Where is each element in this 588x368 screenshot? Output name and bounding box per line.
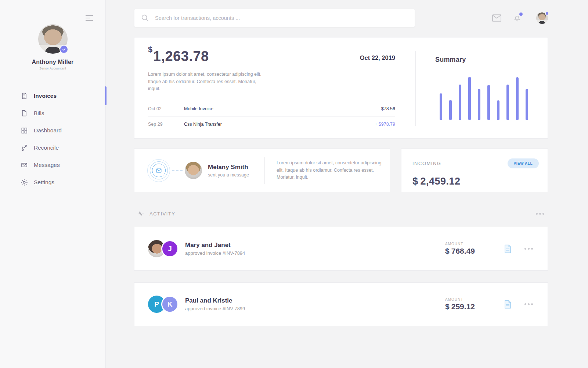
summary-bar: [440, 93, 442, 120]
sidebar-nav: Invoices Bills Dashboard Reconcile: [0, 87, 105, 191]
sender-avatar: [185, 162, 202, 179]
summary-bar: [526, 89, 528, 120]
sidebar: Anthony Miller Senior Accountant Invoice…: [0, 0, 106, 368]
vertical-divider: [264, 157, 265, 184]
balance-description: Lorem ipsum dolor sit amet, consectetur …: [148, 71, 269, 93]
message-body: Lorem ipsum dolor sit amet, consectetur …: [277, 160, 389, 181]
notification-dot: [519, 12, 523, 16]
transaction-row[interactable]: Sep 29 Css Ninja Transfer + $978.79: [148, 116, 395, 132]
hamburger-icon: [85, 15, 94, 21]
message-notification-card[interactable]: Melany Smith sent you a message Lorem ip…: [134, 149, 390, 192]
verified-badge-icon: [59, 45, 68, 54]
sidebar-item-dashboard[interactable]: Dashboard: [0, 122, 105, 139]
activity-more-button[interactable]: [536, 213, 544, 215]
activity-item[interactable]: P K Paul and Kristie approved invoice #I…: [134, 282, 548, 326]
sidebar-item-label: Reconcile: [34, 144, 59, 151]
amount-label: AMOUNT: [445, 242, 475, 246]
reconcile-icon: [21, 144, 28, 151]
transaction-row[interactable]: Oct 02 Mobile Invoice - $78.56: [148, 101, 395, 116]
messages-icon: [21, 161, 28, 169]
activity-name: Paul and Kristie: [185, 297, 245, 304]
document-icon: [504, 300, 512, 309]
cards-row: Melany Smith sent you a message Lorem ip…: [134, 149, 548, 192]
avatar-status-dot: [545, 11, 549, 15]
sidebar-item-settings[interactable]: Settings: [0, 174, 105, 191]
topbar-icons: [492, 12, 548, 24]
dashboard-icon: [21, 127, 28, 134]
activity-subtitle: approved invoice #INV-7899: [185, 306, 245, 311]
summary-bar-chart: [440, 77, 548, 120]
message-subtitle: sent you a message: [208, 172, 249, 178]
search-bar[interactable]: [134, 9, 415, 27]
invoice-document-button[interactable]: [504, 244, 512, 254]
mail-button[interactable]: [492, 14, 502, 22]
activity-item-more-button[interactable]: [524, 248, 533, 250]
activity-name: Mary and Janet: [185, 242, 245, 249]
mail-icon: [492, 14, 502, 22]
menu-toggle-button[interactable]: [85, 15, 94, 23]
sidebar-item-label: Messages: [34, 162, 60, 168]
activity-subtitle: approved invoice #INV-7894: [185, 250, 245, 256]
activity-title: ACTIVITY: [149, 211, 176, 217]
sidebar-item-label: Bills: [34, 110, 44, 117]
incoming-amount: $2,459.12: [412, 176, 539, 187]
amount-value: $768.49: [445, 247, 475, 256]
user-profile: Anthony Miller Senior Accountant: [0, 0, 105, 70]
sidebar-item-label: Invoices: [34, 93, 57, 99]
transaction-amount: - $78.56: [378, 106, 395, 111]
amount-block: AMOUNT $768.49: [445, 242, 475, 256]
sidebar-item-invoices[interactable]: Invoices: [0, 87, 105, 104]
summary-bar: [506, 85, 509, 120]
summary-bar: [497, 100, 499, 120]
amount-block: AMOUNT $259.12: [445, 297, 475, 311]
invoice-document-button[interactable]: [504, 300, 512, 309]
sidebar-item-label: Settings: [34, 179, 54, 186]
balance-card: $1,263.78 Oct 22, 2019 Lorem ipsum dolor…: [134, 37, 548, 139]
user-role: Senior Accountant: [0, 67, 105, 70]
activity-item[interactable]: J Mary and Janet approved invoice #INV-7…: [134, 227, 548, 271]
message-ripple-icon: [147, 159, 170, 182]
incoming-label: INCOMING: [412, 161, 441, 166]
document-icon: [504, 244, 512, 254]
search-icon: [141, 14, 149, 22]
balance-amount: $1,263.78: [148, 49, 209, 64]
incoming-card: INCOMING VIEW ALL $2,459.12: [401, 149, 548, 192]
bill-icon: [21, 110, 28, 117]
app-window: Anthony Miller Senior Accountant Invoice…: [0, 0, 588, 368]
amount-value: $259.12: [445, 302, 475, 311]
summary-bar: [449, 100, 452, 120]
transaction-date: Oct 02: [148, 106, 184, 111]
transaction-label: Mobile Invoice: [184, 106, 378, 111]
transaction-list: Oct 02 Mobile Invoice - $78.56 Sep 29 Cs…: [148, 101, 395, 132]
notifications-button[interactable]: [513, 14, 522, 22]
transaction-label: Css Ninja Transfer: [184, 122, 375, 127]
summary-bar: [487, 85, 490, 120]
invoice-icon: [21, 92, 28, 100]
topbar-avatar-button[interactable]: [536, 12, 548, 24]
envelope-icon: [156, 168, 162, 173]
search-input[interactable]: [155, 15, 415, 21]
amount-label: AMOUNT: [445, 297, 475, 301]
member-initial-badge: K: [161, 296, 178, 313]
summary-bar: [468, 77, 471, 120]
sidebar-item-messages[interactable]: Messages: [0, 156, 105, 174]
active-indicator: [105, 86, 107, 105]
sidebar-item-label: Dashboard: [34, 127, 62, 134]
activity-item-more-button[interactable]: [524, 303, 533, 305]
summary-section: Summary: [415, 51, 548, 126]
balance-date: Oct 22, 2019: [360, 54, 395, 61]
balance-section: $1,263.78 Oct 22, 2019 Lorem ipsum dolor…: [134, 37, 415, 138]
activity-pulse-icon: [137, 210, 144, 217]
sender-name: Melany Smith: [208, 164, 249, 171]
view-all-button[interactable]: VIEW ALL: [508, 158, 539, 168]
summary-bar: [478, 89, 480, 120]
activity-avatars: J: [148, 240, 178, 257]
topbar: [134, 9, 548, 27]
sidebar-item-bills[interactable]: Bills: [0, 104, 105, 122]
transaction-amount: + $978.79: [375, 122, 395, 127]
sidebar-item-reconcile[interactable]: Reconcile: [0, 139, 105, 156]
main-content: $1,263.78 Oct 22, 2019 Lorem ipsum dolor…: [106, 0, 588, 368]
summary-bar: [516, 77, 519, 120]
member-initial-badge: J: [161, 240, 178, 257]
settings-icon: [21, 179, 28, 186]
